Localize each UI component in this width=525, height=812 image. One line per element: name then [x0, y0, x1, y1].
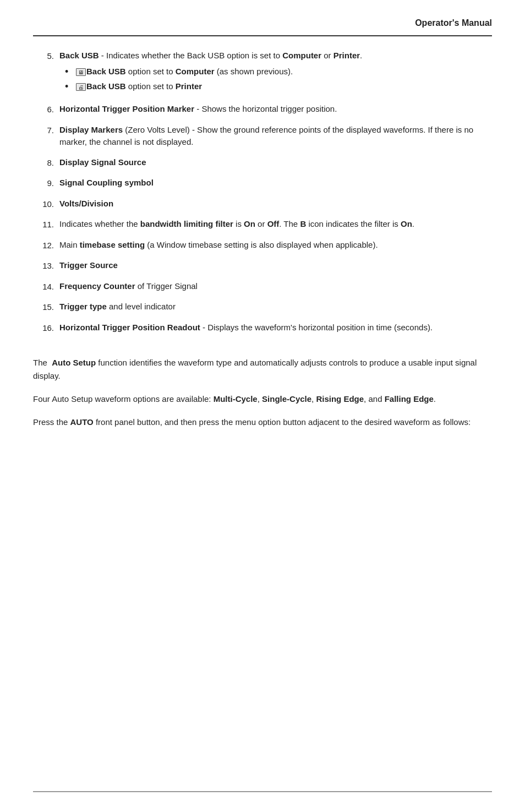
list-item-16: 16. Horizontal Trigger Position Readout … [33, 321, 492, 335]
item16-bold: Horizontal Trigger Position Readout [59, 323, 200, 332]
item11-bold-filter: bandwidth limiting filter [140, 219, 233, 228]
item7-bold: Display Markers [59, 125, 123, 134]
item11-text: Indicates whether the bandwidth limiting… [59, 219, 414, 228]
list-content-13: Trigger Source [59, 259, 492, 272]
section-paragraphs: The Auto Setup function identifies the w… [33, 356, 492, 429]
item13-bold: Trigger Source [59, 260, 118, 270]
sub-bullet-computer-content: 🖥Back USB option set to Computer (as sho… [76, 66, 492, 78]
printer-icon: 🖨 [76, 83, 86, 91]
list-number-15: 15. [33, 301, 59, 314]
list-number-7: 7. [33, 124, 59, 137]
item15-bold: Trigger type [59, 302, 107, 311]
item5-sub-list: • 🖥Back USB option set to Computer (as s… [59, 66, 492, 94]
list-item-15: 15. Trigger type and level indicator [33, 301, 492, 314]
item6-text: Horizontal Trigger Position Marker - Sho… [59, 104, 337, 113]
list-content-16: Horizontal Trigger Position Readout - Di… [59, 321, 492, 334]
bullet-dot-1: • [65, 66, 76, 78]
list-item-7: 7. Display Markers (Zero Volts Level) - … [33, 124, 492, 149]
bullet-dot-2: • [65, 80, 76, 93]
paragraph-1: The Auto Setup function identifies the w… [33, 356, 492, 383]
sub-bullet-printer: • 🖨Back USB option set to Printer [65, 80, 492, 93]
item12-text: Main timebase setting (a Window timebase… [59, 240, 378, 249]
para3-bold: AUTO [70, 417, 94, 427]
item12-bold: timebase setting [80, 240, 145, 249]
sub-computer-bold: Back USB [86, 67, 126, 76]
list-item-8: 8. Display Signal Source [33, 156, 492, 170]
list-content-6: Horizontal Trigger Position Marker - Sho… [59, 103, 492, 116]
list-content-5: Back USB - Indicates whether the Back US… [59, 50, 492, 95]
list-item-12: 12. Main timebase setting (a Window time… [33, 239, 492, 252]
list-content-11: Indicates whether the bandwidth limiting… [59, 218, 492, 231]
item11-bold-b: B [300, 219, 306, 228]
list-item: 5. Back USB - Indicates whether the Back… [33, 50, 492, 95]
list-number-10: 10. [33, 198, 59, 211]
list-number-11: 11. [33, 218, 59, 231]
item9-text: Signal Coupling symbol [59, 178, 154, 187]
list-item-10: 10. Volts/Division [33, 198, 492, 211]
list-number-5: 5. [33, 50, 59, 63]
list-number-14: 14. [33, 280, 59, 293]
list-content-9: Signal Coupling symbol [59, 177, 492, 189]
list-content-10: Volts/Division [59, 198, 492, 210]
list-item-14: 14. Frequency Counter of Trigger Signal [33, 280, 492, 293]
item8-bold: Display Signal Source [59, 157, 146, 167]
item13-text: Trigger Source [59, 260, 118, 270]
item16-text: Horizontal Trigger Position Readout - Di… [59, 323, 433, 332]
list-item-11: 11. Indicates whether the bandwidth limi… [33, 218, 492, 231]
item5-text: Back USB - Indicates whether the Back US… [59, 51, 362, 60]
item7-text: Display Markers (Zero Volts Level) - Sho… [59, 125, 473, 147]
list-number-12: 12. [33, 239, 59, 252]
list-item-9: 9. Signal Coupling symbol [33, 177, 492, 190]
list-content-7: Display Markers (Zero Volts Level) - Sho… [59, 124, 492, 149]
paragraph-3: Press the AUTO front panel button, and t… [33, 416, 492, 429]
item5-bold-printer: Printer [333, 51, 360, 60]
item5-bold-usb: Back USB [59, 51, 99, 60]
list-content-14: Frequency Counter of Trigger Signal [59, 280, 492, 293]
list-number-16: 16. [33, 321, 59, 335]
sub-printer-value: Printer [176, 81, 202, 91]
paragraph-2: Four Auto Setup waveform options are ava… [33, 393, 492, 406]
para2-bold3: Rising Edge [316, 394, 364, 404]
item5-bold-computer: Computer [282, 51, 321, 60]
item10-bold: Volts/Division [59, 199, 113, 208]
para2-bold4: Falling Edge [385, 394, 434, 404]
computer-icon: 🖥 [76, 68, 86, 76]
para2-bold1: Multi-Cycle [214, 394, 258, 404]
list-item-13: 13. Trigger Source [33, 259, 492, 273]
item6-bold: Horizontal Trigger Position Marker [59, 104, 194, 113]
item11-bold-on2: On [401, 219, 412, 228]
item11-bold-on: On [244, 219, 255, 228]
list-number-9: 9. [33, 177, 59, 190]
para1-bold: Auto Setup [52, 358, 96, 367]
item14-bold: Frequency Counter [59, 281, 135, 291]
sub-printer-bold: Back USB [86, 81, 126, 91]
list-number-8: 8. [33, 156, 59, 170]
para2-bold2: Single-Cycle [262, 394, 311, 404]
header-title: Operator's Manual [415, 18, 492, 28]
item14-text: Frequency Counter of Trigger Signal [59, 281, 198, 291]
main-list: 5. Back USB - Indicates whether the Back… [33, 50, 492, 334]
list-number-13: 13. [33, 259, 59, 273]
list-content-12: Main timebase setting (a Window timebase… [59, 239, 492, 252]
page-container: Operator's Manual 5. Back USB - Indicate… [0, 0, 525, 812]
item11-bold-off: Off [267, 219, 280, 228]
page-footer [33, 791, 492, 795]
sub-bullet-computer: • 🖥Back USB option set to Computer (as s… [65, 66, 492, 78]
sub-computer-value: Computer [176, 67, 215, 76]
item15-text: Trigger type and level indicator [59, 302, 176, 311]
item8-text: Display Signal Source [59, 157, 146, 167]
list-content-15: Trigger type and level indicator [59, 301, 492, 313]
item10-text: Volts/Division [59, 199, 113, 208]
sub-bullet-printer-content: 🖨Back USB option set to Printer [76, 80, 492, 93]
list-item-6: 6. Horizontal Trigger Position Marker - … [33, 103, 492, 116]
page-header: Operator's Manual [33, 17, 492, 36]
list-content-8: Display Signal Source [59, 156, 492, 169]
item9-bold: Signal Coupling symbol [59, 178, 154, 187]
list-number-6: 6. [33, 103, 59, 116]
